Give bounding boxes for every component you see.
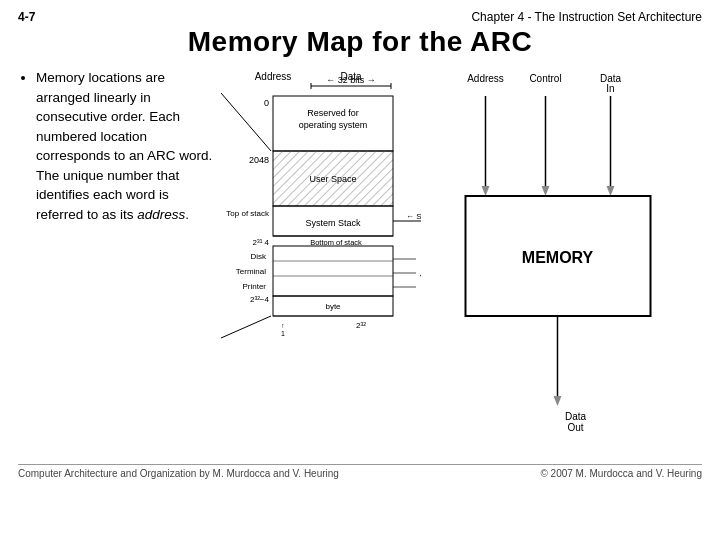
- slide: 4-7 Chapter 4 - The Instruction Set Arch…: [0, 0, 720, 540]
- svg-text:Address: Address: [467, 73, 504, 84]
- slide-number: 4-7: [18, 10, 35, 24]
- memory-map-svg: Address Data ← 32 bits → 0 Reserved for …: [221, 68, 421, 438]
- text-column: Memory locations are arranged linearly i…: [18, 68, 213, 458]
- svg-text:User Space: User Space: [309, 174, 356, 184]
- svg-text:In: In: [606, 83, 614, 94]
- svg-text:Data: Data: [565, 411, 587, 422]
- svg-marker-50: [607, 186, 615, 196]
- svg-text:0: 0: [264, 98, 269, 108]
- svg-marker-48: [542, 186, 550, 196]
- svg-text:← 32 bits →: ← 32 bits →: [326, 75, 376, 85]
- chapter-title: Chapter 4 - The Instruction Set Architec…: [471, 10, 702, 24]
- svg-text:2048: 2048: [249, 155, 269, 165]
- svg-text:1: 1: [281, 330, 285, 337]
- footer: Computer Architecture and Organization b…: [18, 464, 702, 479]
- content-area: Memory locations are arranged linearly i…: [18, 68, 702, 458]
- main-title: Memory Map for the ARC: [18, 26, 702, 58]
- svg-text:Disk: Disk: [250, 252, 267, 261]
- right-diagram-svg: Address Control Data In MEMORY: [429, 68, 702, 438]
- svg-text:System Stack: System Stack: [305, 218, 361, 228]
- footer-left: Computer Architecture and Organization b…: [18, 468, 339, 479]
- svg-text:byte: byte: [325, 302, 341, 311]
- bullet-item: Memory locations are arranged linearly i…: [36, 68, 213, 225]
- top-bar: 4-7 Chapter 4 - The Instruction Set Arch…: [18, 10, 702, 24]
- svg-text:Address: Address: [255, 71, 292, 82]
- memory-map-diagram: Address Data ← 32 bits → 0 Reserved for …: [221, 68, 421, 458]
- svg-text:2³²: 2³²: [356, 321, 366, 330]
- svg-text:2³¹ 4: 2³¹ 4: [253, 238, 270, 247]
- svg-text:Control: Control: [529, 73, 561, 84]
- svg-text:MEMORY: MEMORY: [522, 249, 594, 266]
- svg-text:2³²−4: 2³²−4: [250, 295, 269, 304]
- svg-text:Out: Out: [567, 422, 583, 433]
- svg-text:Printer: Printer: [242, 282, 266, 291]
- right-diagram: Address Control Data In MEMORY: [429, 68, 702, 458]
- svg-text:Top of stack: Top of stack: [226, 209, 270, 218]
- svg-text:↑: ↑: [281, 322, 285, 329]
- svg-rect-22: [273, 246, 393, 296]
- svg-marker-46: [482, 186, 490, 196]
- svg-line-40: [221, 316, 271, 338]
- svg-text:Terminal: Terminal: [236, 267, 266, 276]
- svg-text:← Stack pointer: ← Stack pointer: [406, 212, 421, 221]
- svg-text:← I/O space: ← I/O space: [418, 271, 421, 280]
- svg-text:Reserved for: Reserved for: [307, 108, 359, 118]
- svg-marker-54: [554, 396, 562, 406]
- svg-text:operating system: operating system: [299, 120, 368, 130]
- footer-right: © 2007 M. Murdocca and V. Heuring: [540, 468, 702, 479]
